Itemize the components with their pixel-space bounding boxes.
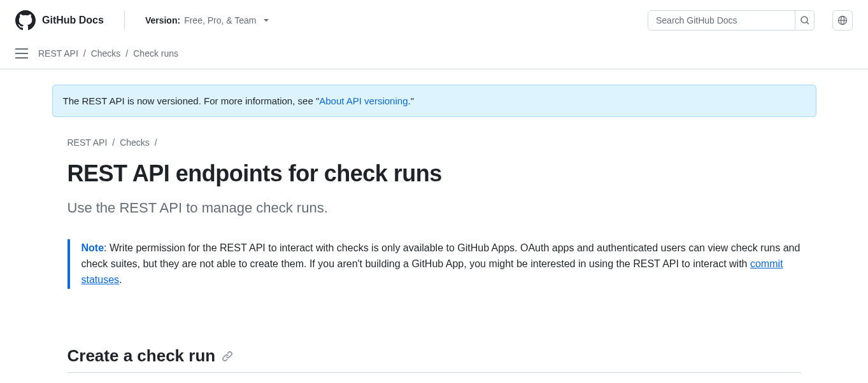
search-input[interactable] [648, 11, 795, 29]
page-breadcrumb: REST API / Checks / [68, 137, 801, 148]
nav-crumb-rest-api[interactable]: REST API [38, 48, 78, 59]
github-logo-icon [15, 10, 36, 31]
breadcrumb-separator: / [155, 137, 157, 148]
note-body-after: . [119, 274, 122, 285]
banner-link[interactable]: About API versioning [319, 95, 408, 106]
hamburger-menu-button[interactable] [15, 48, 28, 59]
info-banner: The REST API is now versioned. For more … [52, 85, 816, 117]
section-heading-row: Create a check run [68, 346, 801, 373]
version-dropdown[interactable]: Version: Free, Pro, & Team [145, 15, 269, 25]
vertical-divider [124, 11, 125, 30]
brand-text: GitHub Docs [42, 15, 104, 26]
page-subtitle: Use the REST API to manage check runs. [68, 200, 801, 216]
breadcrumb-separator: / [112, 137, 115, 148]
page-crumb-rest-api[interactable]: REST API [68, 137, 108, 148]
note-tag: Note [82, 242, 104, 253]
svg-line-1 [807, 22, 809, 24]
version-value: Free, Pro, & Team [184, 15, 256, 25]
search-button[interactable] [795, 11, 814, 30]
link-icon[interactable] [222, 351, 233, 362]
banner-prefix: The REST API is now versioned. For more … [63, 95, 320, 106]
note-body-before: : Write permission for the REST API to i… [82, 242, 800, 269]
page-title: REST API endpoints for check runs [68, 160, 801, 187]
search-box [648, 10, 815, 31]
globe-icon [837, 15, 848, 25]
chevron-down-icon [264, 19, 269, 22]
banner-suffix: ." [408, 95, 414, 106]
top-header: GitHub Docs Version: Free, Pro, & Team [0, 0, 868, 41]
main-content: The REST API is now versioned. For more … [37, 69, 832, 383]
language-button[interactable] [832, 10, 853, 31]
breadcrumb-separator: / [83, 48, 86, 59]
note-callout: Note: Write permission for the REST API … [68, 239, 801, 289]
article-content: REST API / Checks / REST API endpoints f… [52, 137, 816, 383]
breadcrumb-separator: / [125, 48, 128, 59]
section-heading: Create a check run [68, 346, 216, 366]
svg-point-0 [801, 17, 808, 23]
page-crumb-checks[interactable]: Checks [120, 137, 150, 148]
nav-crumb-check-runs[interactable]: Check runs [133, 48, 178, 59]
nav-breadcrumb: REST API / Checks / Check runs [38, 48, 178, 59]
version-label: Version: [145, 15, 180, 25]
search-icon [800, 15, 810, 25]
nav-row: REST API / Checks / Check runs [0, 41, 868, 69]
nav-crumb-checks[interactable]: Checks [91, 48, 121, 59]
logo-section[interactable]: GitHub Docs [15, 10, 104, 31]
